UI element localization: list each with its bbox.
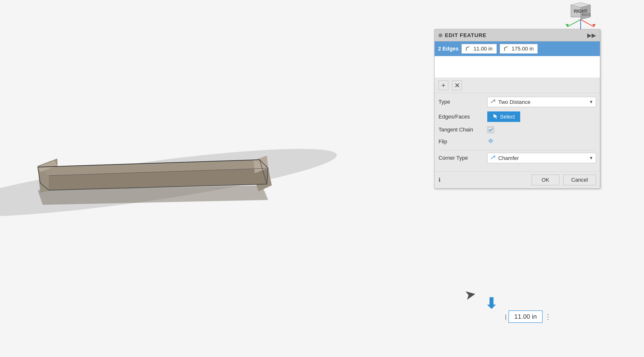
- dimension-menu-button[interactable]: ⋮: [544, 313, 551, 321]
- edges-faces-row: Edges/Faces Select: [438, 111, 596, 122]
- select-button-label: Select: [500, 114, 515, 120]
- panel-footer: ℹ OK Cancel: [434, 171, 600, 188]
- svg-line-26: [491, 100, 495, 103]
- edit-feature-panel: EDIT FEATURE ▶▶ 2 Edges 11.00 in 175.00 …: [434, 29, 600, 188]
- edges-label: 2 Edges: [438, 46, 458, 52]
- empty-selection-area: [434, 56, 600, 78]
- svg-line-31: [491, 156, 495, 159]
- corner-type-icon: [490, 155, 496, 161]
- corner-type-label: Corner Type: [438, 155, 487, 161]
- corner-type-select[interactable]: Chamfer: [498, 155, 593, 161]
- svg-line-20: [580, 20, 594, 27]
- distance2-box[interactable]: 175.00 in: [500, 44, 538, 54]
- panel-expand-icon[interactable]: ▶▶: [587, 32, 596, 39]
- remove-button[interactable]: ✕: [452, 81, 462, 90]
- type-select-wrapper[interactable]: Two Distance ▼: [487, 97, 596, 107]
- distance1-value: 11.00 in: [473, 46, 492, 52]
- add-button[interactable]: +: [438, 81, 448, 90]
- cancel-button[interactable]: Cancel: [563, 175, 596, 185]
- distance1-box[interactable]: 11.00 in: [462, 44, 496, 54]
- type-select[interactable]: Two Distance: [498, 99, 593, 105]
- panel-header-left: EDIT FEATURE: [438, 32, 486, 39]
- svg-rect-29: [488, 127, 493, 132]
- panel-header: EDIT FEATURE ▶▶: [434, 30, 600, 42]
- footer-buttons: OK Cancel: [532, 175, 596, 185]
- svg-marker-28: [494, 114, 498, 119]
- edges-faces-label: Edges/Faces: [438, 114, 487, 120]
- type-control: Two Distance ▼: [487, 97, 596, 107]
- tangent-chain-control: [487, 126, 596, 133]
- ok-button[interactable]: OK: [532, 175, 560, 185]
- dimension-input-area: | 11.00 in ⋮: [505, 310, 551, 323]
- dimension-pipe: |: [505, 313, 506, 320]
- action-row: + ✕: [434, 78, 600, 93]
- edge-icon-2: [504, 46, 510, 52]
- checkmark-icon: [488, 127, 493, 132]
- flip-label: Flip: [438, 139, 487, 145]
- tangent-chain-checkbox[interactable]: [487, 126, 494, 133]
- edges-faces-control: Select: [487, 111, 596, 122]
- flip-control: [487, 138, 596, 146]
- corner-type-control: Chamfer ▼: [487, 153, 596, 163]
- select-button[interactable]: Select: [487, 111, 520, 122]
- svg-text:➤: ➤: [464, 286, 477, 303]
- distance2-value: 175.00 in: [512, 46, 534, 52]
- edges-row: 2 Edges 11.00 in 175.00 in: [434, 42, 600, 56]
- svg-text:⬇: ⬇: [485, 295, 497, 312]
- select-button-icon: [493, 113, 498, 120]
- corner-type-row: Corner Type Chamfer ▼: [438, 153, 596, 163]
- type-row: Type Two Distance ▼: [438, 97, 596, 107]
- form-section: Type Two Distance ▼ Edge: [434, 93, 600, 171]
- flip-icon[interactable]: [487, 140, 494, 146]
- svg-line-22: [567, 20, 580, 27]
- divider: [438, 150, 596, 150]
- flip-row: Flip: [438, 138, 596, 146]
- dimension-input-box[interactable]: 11.00 in: [508, 310, 542, 323]
- info-icon[interactable]: ℹ: [438, 177, 440, 183]
- corner-type-select-wrapper[interactable]: Chamfer ▼: [487, 153, 596, 163]
- type-select-icon: [490, 99, 496, 105]
- type-label: Type: [438, 99, 487, 105]
- panel-title: EDIT FEATURE: [445, 32, 486, 39]
- tangent-chain-row: Tangent Chain: [438, 126, 596, 133]
- svg-text:BACK: BACK: [582, 13, 591, 17]
- tangent-chain-label: Tangent Chain: [438, 127, 487, 133]
- header-dot: [438, 34, 442, 37]
- edge-icon-1: [466, 46, 472, 52]
